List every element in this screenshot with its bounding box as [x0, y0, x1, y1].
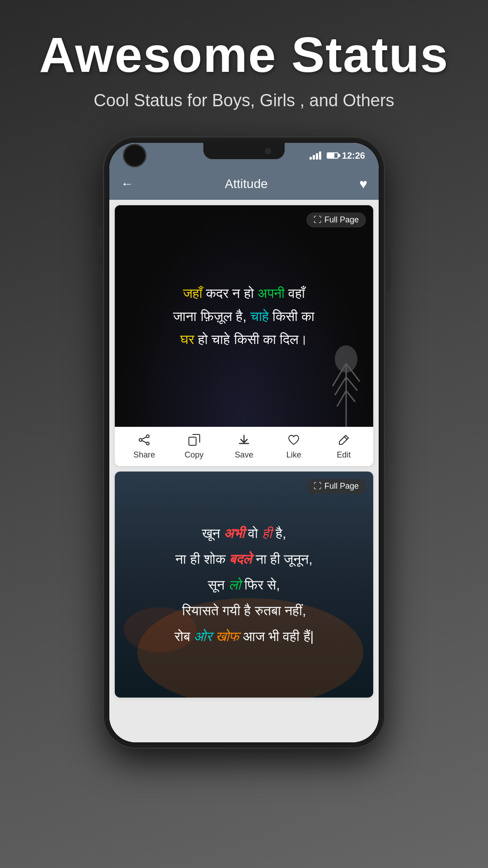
fullscreen-icon: ⛶	[314, 215, 322, 225]
signal-icon	[310, 151, 321, 160]
card2-line-1: खून अभी वो ही है,	[174, 520, 314, 546]
card2-line-5: रोब ओर खोफ आज भी वही हैं|	[174, 623, 314, 649]
quote-line-2: जाना फ़िज़ूल है, चाहे किसी का	[173, 305, 314, 328]
content-area: ⛶ Full Page जहाँ कदर न हो अपनी वहाँ जाना…	[109, 200, 379, 742]
svg-line-5	[142, 441, 146, 443]
full-page-label-2: Full Page	[324, 481, 359, 491]
status-bar: 12:26	[109, 143, 379, 168]
notch-camera-icon	[265, 148, 271, 154]
app-bar: ← Attitude ♥	[109, 168, 379, 200]
svg-point-2	[139, 439, 142, 441]
time-display: 12:26	[342, 151, 365, 161]
save-label: Save	[235, 450, 253, 460]
card2-line-2: ना ही शोक बदले ना ही जूनून,	[174, 546, 314, 572]
subtitle: Cool Status for Boys, Girls , and Others	[18, 91, 470, 110]
notch	[203, 143, 285, 159]
card2-line-3: सून लो फिर से,	[174, 572, 314, 598]
phone-inner: 12:26 ← Attitude ♥	[109, 143, 379, 742]
action-bar-1: Share Copy	[115, 427, 373, 466]
copy-icon	[188, 434, 201, 448]
svg-rect-6	[189, 437, 196, 445]
edit-icon	[338, 434, 350, 448]
tree-silhouette	[328, 336, 364, 427]
favorite-button[interactable]: ♥	[359, 176, 367, 192]
card-image-2: ⛶ Full Page खून अभी वो ही है, ना ही शोक …	[115, 472, 373, 698]
edit-button[interactable]: Edit	[328, 434, 360, 460]
battery-icon	[327, 152, 338, 159]
header-section: Awesome Status Cool Status for Boys, Gir…	[0, 0, 488, 124]
card-image-1: ⛶ Full Page जहाँ कदर न हो अपनी वहाँ जाना…	[115, 205, 373, 427]
quote-line-3: घर हो चाहे किसी का दिल।	[173, 328, 314, 351]
edit-label: Edit	[337, 450, 351, 460]
save-button[interactable]: Save	[228, 434, 260, 460]
svg-point-0	[335, 345, 357, 373]
status-right: 12:26	[310, 151, 365, 161]
status-card-2: ⛶ Full Page खून अभी वो ही है, ना ही शोक …	[115, 472, 373, 698]
phone-outer: 12:26 ← Attitude ♥	[104, 137, 384, 748]
svg-point-3	[146, 442, 149, 445]
copy-label: Copy	[185, 450, 204, 460]
card2-line-4: रियासते गयी है रुतबा नहीं,	[174, 598, 314, 623]
front-camera-icon	[123, 144, 146, 167]
full-page-label-1: Full Page	[324, 215, 359, 225]
quote-text-2: खून अभी वो ही है, ना ही शोक बदले ना ही ज…	[165, 520, 323, 649]
like-icon	[287, 434, 300, 448]
status-card-1: ⛶ Full Page जहाँ कदर न हो अपनी वहाँ जाना…	[115, 205, 373, 466]
back-button[interactable]: ←	[121, 177, 133, 191]
svg-point-1	[146, 435, 149, 438]
share-icon	[138, 434, 150, 448]
quote-text-1: जहाँ कदर न हो अपनी वहाँ जाना फ़िज़ूल है,…	[164, 282, 324, 351]
copy-button[interactable]: Copy	[178, 434, 210, 460]
save-icon	[238, 434, 250, 448]
like-button[interactable]: Like	[278, 434, 310, 460]
share-button[interactable]: Share	[128, 434, 160, 460]
quote-line-1: जहाँ कदर न हो अपनी वहाँ	[173, 282, 314, 305]
like-label: Like	[286, 450, 301, 460]
app-bar-title: Attitude	[225, 177, 268, 191]
full-page-btn-1[interactable]: ⛶ Full Page	[306, 212, 366, 227]
status-left	[123, 144, 146, 167]
fullscreen-icon-2: ⛶	[314, 481, 322, 491]
full-page-btn-2[interactable]: ⛶ Full Page	[306, 479, 366, 494]
phone-wrapper: 12:26 ← Attitude ♥	[0, 137, 488, 748]
svg-line-4	[142, 437, 146, 439]
share-label: Share	[133, 450, 155, 460]
main-title: Awesome Status	[18, 27, 470, 82]
